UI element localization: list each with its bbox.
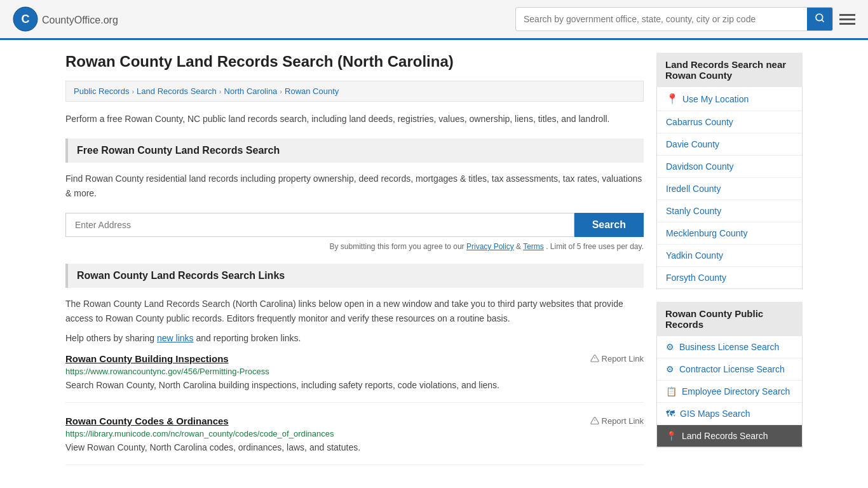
- record-link-title-1[interactable]: Rowan County Codes & Ordinances: [65, 416, 229, 426]
- form-disclaimer: By submitting this form you agree to our…: [65, 242, 644, 251]
- svg-text:C: C: [22, 13, 30, 25]
- breadcrumb-public-records[interactable]: Public Records: [74, 86, 129, 96]
- main-content: Rowan County Land Records Search (North …: [65, 53, 644, 478]
- report-icon-1: [590, 416, 599, 425]
- record-link-desc-1: View Rowan County, North Carolina codes,…: [65, 441, 644, 454]
- public-records-section: Rowan County Public Records ⚙ Business L…: [656, 302, 803, 448]
- new-links-link[interactable]: new links: [157, 333, 194, 343]
- record-link-url-0: https://www.rowancountync.gov/456/Permit…: [65, 367, 644, 376]
- record-link-item-1: Rowan County Codes & Ordinances Report L…: [65, 416, 644, 465]
- share-line: Help others by sharing new links and rep…: [65, 333, 644, 343]
- map-icon: 🗺: [666, 409, 675, 419]
- free-search-description: Find Rowan County residential land recor…: [65, 172, 644, 200]
- use-my-location-link[interactable]: 📍 Use My Location: [657, 87, 802, 111]
- sidebar-gis-maps[interactable]: 🗺 GIS Maps Search: [657, 403, 802, 425]
- global-search-input[interactable]: [516, 9, 807, 29]
- site-header: C CountyOffice.org: [0, 0, 868, 40]
- breadcrumb: Public Records › Land Records Search › N…: [65, 81, 644, 102]
- free-search-heading: Free Rowan County Land Records Search: [65, 139, 644, 163]
- global-search-bar: [515, 7, 833, 31]
- breadcrumb-north-carolina[interactable]: North Carolina: [224, 86, 278, 96]
- privacy-policy-link[interactable]: Privacy Policy: [466, 242, 514, 251]
- nearby-section: Land Records Search near Rowan County 📍 …: [656, 53, 803, 289]
- nearby-davidson[interactable]: Davidson County: [657, 156, 802, 178]
- breadcrumb-land-records-search[interactable]: Land Records Search: [137, 86, 217, 96]
- report-link-1[interactable]: Report Link: [590, 416, 644, 426]
- nearby-stanly[interactable]: Stanly County: [657, 200, 802, 222]
- record-link-title-0[interactable]: Rowan County Building Inspections: [65, 353, 229, 364]
- address-search-button[interactable]: Search: [574, 213, 644, 237]
- header-right: [515, 7, 855, 31]
- nearby-mecklenburg[interactable]: Mecklenburg County: [657, 222, 802, 245]
- sidebar-business-license[interactable]: ⚙ Business License Search: [657, 336, 802, 358]
- sidebar-land-records[interactable]: 📍 Land Records Search: [657, 425, 802, 447]
- nearby-section-title: Land Records Search near Rowan County: [656, 53, 803, 87]
- nearby-iredell[interactable]: Iredell County: [657, 178, 802, 200]
- links-section-description: The Rowan County Land Records Search (No…: [65, 297, 644, 325]
- public-records-links: ⚙ Business License Search ⚙ Contractor L…: [656, 336, 803, 448]
- links-section-heading: Rowan County Land Records Search Links: [65, 264, 644, 288]
- page-title: Rowan County Land Records Search (North …: [65, 53, 644, 71]
- report-icon-0: [590, 354, 599, 363]
- search-icon: [815, 13, 825, 23]
- address-input[interactable]: [65, 213, 574, 237]
- nearby-davie[interactable]: Davie County: [657, 133, 802, 156]
- gear-icon-1: ⚙: [666, 342, 674, 352]
- pin-icon: 📍: [666, 431, 677, 441]
- list-icon: 📋: [666, 386, 677, 396]
- logo[interactable]: C CountyOffice.org: [13, 6, 118, 32]
- global-search-button[interactable]: [807, 8, 832, 30]
- logo-icon: C: [13, 6, 38, 32]
- nearby-forsyth[interactable]: Forsyth County: [657, 267, 802, 288]
- page-description: Perform a free Rowan County, NC public l…: [65, 112, 644, 126]
- nearby-cabarrus[interactable]: Cabarrus County: [657, 111, 802, 133]
- terms-link[interactable]: Terms: [523, 242, 544, 251]
- report-link-0[interactable]: Report Link: [590, 354, 644, 363]
- location-icon: 📍: [666, 93, 679, 105]
- breadcrumb-rowan-county[interactable]: Rowan County: [285, 86, 339, 96]
- svg-line-3: [822, 20, 824, 22]
- public-records-section-title: Rowan County Public Records: [656, 302, 803, 336]
- address-search-form: Search: [65, 213, 644, 237]
- sidebar: Land Records Search near Rowan County 📍 …: [656, 53, 803, 478]
- nearby-links: 📍 Use My Location Cabarrus County Davie …: [656, 87, 803, 289]
- record-link-url-1: https://library.municode.com/nc/rowan_co…: [65, 429, 644, 438]
- gear-icon-2: ⚙: [666, 364, 674, 374]
- hamburger-menu[interactable]: [839, 14, 855, 25]
- record-link-item-0: Rowan County Building Inspections Report…: [65, 353, 644, 403]
- record-link-desc-0: Search Rowan County, North Carolina buil…: [65, 379, 644, 392]
- main-container: Rowan County Land Records Search (North …: [53, 40, 815, 488]
- sidebar-employee-directory[interactable]: 📋 Employee Directory Search: [657, 381, 802, 403]
- sidebar-contractor-license[interactable]: ⚙ Contractor License Search: [657, 358, 802, 381]
- nearby-yadkin[interactable]: Yadkin County: [657, 245, 802, 267]
- logo-text: CountyOffice.org: [42, 12, 118, 27]
